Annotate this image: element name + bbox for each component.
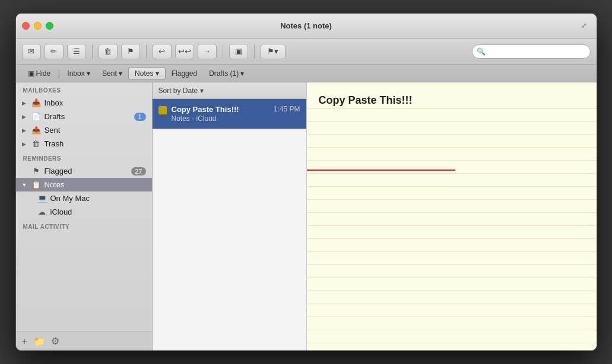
sidebar-icon: ▣ [28,69,34,78]
toolbar-sep-4 [254,44,255,59]
sort-bar[interactable]: Sort by Date ▾ [153,82,306,99]
flagged-badge: 27 [131,167,145,175]
show-hide-button[interactable]: ☰ [67,44,86,59]
icloud-icon: ☁ [37,207,47,216]
tab-sep: | [56,68,61,79]
onmymac-icon: 💻 [37,194,47,203]
search-icon: 🔍 [477,47,486,56]
sidebar-item-flagged[interactable]: ⚑ Flagged 27 [16,164,152,178]
message-item[interactable]: Copy Paste This!!! 1:45 PM Notes - iClou… [153,99,306,129]
folder-button[interactable]: 📁 [33,336,45,347]
traffic-lights [22,22,53,30]
drafts-icon: 📄 [31,112,41,121]
window-title: Notes (1 note) [280,21,332,30]
expand-icon: ▼ [22,182,28,188]
expand-icon: ▶ [22,100,28,106]
drafts-badge: 1 [134,113,146,121]
compose-note-button[interactable]: ✏ [45,44,64,59]
sidebar-footer: + 📁 ⚙ [16,331,152,350]
tab-inbox[interactable]: Inbox ▾ [61,67,96,80]
expand-icon: ▶ [22,114,28,120]
forward-button[interactable]: → [198,44,217,59]
search-wrapper: 🔍 [472,44,591,59]
mailboxes-label: MAILBOXES [16,82,152,96]
reminders-label: REMINDERS [16,151,152,164]
sidebar: MAILBOXES ▶ 📥 Inbox ▶ 📄 Drafts 1 ▶ 📤 Sen… [16,82,153,350]
archive-button[interactable]: ▣ [229,44,248,59]
note-area[interactable]: Copy Paste This!!! [307,82,597,350]
gear-button[interactable]: ⚙ [51,336,59,347]
app-window: Notes (1 note) ⤢ ✉ ✏ ☰ 🗑 ⚑ ↩ ↩↩ → ▣ ⚑▾ 🔍… [15,13,597,351]
sidebar-item-onmymac[interactable]: 💻 On My Mac [16,191,152,205]
titlebar: Notes (1 note) ⤢ [16,14,597,39]
delete-button[interactable]: 🗑 [99,44,118,59]
close-button[interactable] [22,22,30,30]
message-source: Notes - iCloud [172,114,300,123]
sidebar-item-drafts[interactable]: ▶ 📄 Drafts 1 [16,110,152,123]
message-content: Copy Paste This!!! 1:45 PM Notes - iClou… [172,105,300,123]
sidebar-item-sent[interactable]: ▶ 📤 Sent [16,123,152,137]
main-content: MAILBOXES ▶ 📥 Inbox ▶ 📄 Drafts 1 ▶ 📤 Sen… [16,82,597,350]
sidebar-item-inbox[interactable]: ▶ 📥 Inbox [16,96,152,110]
compose-mail-button[interactable]: ✉ [22,44,41,59]
message-time: 1:45 PM [274,105,300,113]
message-header: Copy Paste This!!! 1:45 PM [172,105,300,114]
tab-sent[interactable]: Sent ▾ [96,67,128,80]
notes-icon: 📋 [31,180,41,189]
minimize-button[interactable] [34,22,42,30]
toolbar: ✉ ✏ ☰ 🗑 ⚑ ↩ ↩↩ → ▣ ⚑▾ 🔍 [16,39,597,65]
toolbar-sep-1 [92,44,93,59]
message-list: Sort by Date ▾ Copy Paste This!!! 1:45 P… [153,82,307,350]
tab-hide[interactable]: ▣ Hide [22,67,57,80]
toolbar-sep-3 [223,44,223,59]
message-title: Copy Paste This!!! [172,105,239,114]
note-lines [307,82,597,350]
tab-flagged[interactable]: Flagged [166,67,203,80]
toolbar-sep-2 [146,44,147,59]
add-button[interactable]: + [22,336,27,347]
sidebar-item-icloud[interactable]: ☁ iCloud [16,205,152,219]
tab-drafts[interactable]: Drafts (1) ▾ [203,67,250,80]
flagged-icon: ⚑ [31,167,41,175]
note-title: Copy Paste This!!! [319,94,413,107]
expand-icon: ▶ [22,127,28,133]
expand-icon: ▶ [22,141,28,147]
tabbar: ▣ Hide | Inbox ▾ Sent ▾ Notes ▾ Flagged … [16,65,597,82]
tab-notes[interactable]: Notes ▾ [128,67,166,80]
junk-button[interactable]: ⚑ [121,44,140,59]
reply-all-button[interactable]: ↩↩ [175,44,194,59]
inbox-icon: 📥 [31,98,41,107]
sidebar-item-trash[interactable]: ▶ 🗑 Trash [16,137,152,151]
trash-icon: 🗑 [31,139,41,148]
sidebar-item-notes[interactable]: ▼ 📋 Notes [16,178,152,191]
sent-icon: 📤 [31,126,41,135]
maximize-button[interactable] [46,22,53,30]
search-input[interactable] [472,44,591,59]
expand-icon[interactable]: ⤢ [581,21,591,31]
reply-button[interactable]: ↩ [153,44,172,59]
flag-dropdown-button[interactable]: ⚑▾ [261,44,286,59]
mail-activity-label: MAIL ACTIVITY [16,219,152,232]
note-icon [158,106,167,114]
